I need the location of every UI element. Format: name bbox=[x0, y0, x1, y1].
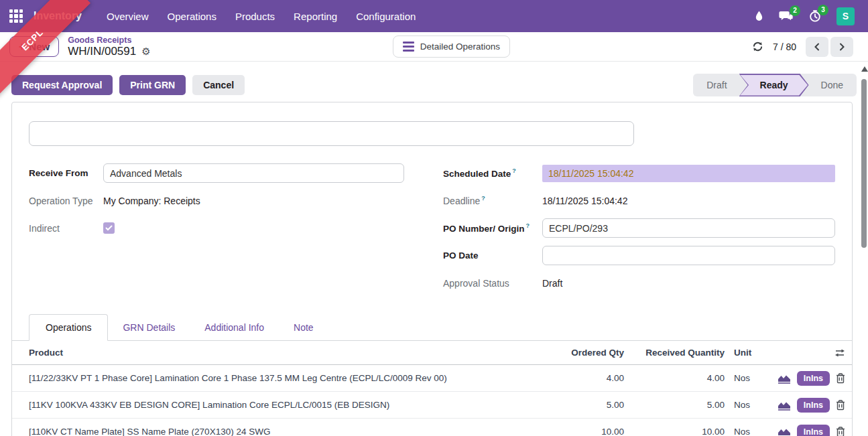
cancel-button[interactable]: Cancel bbox=[192, 75, 245, 95]
po-date-label: PO Date bbox=[443, 250, 542, 261]
previous-record-button[interactable] bbox=[806, 37, 828, 57]
stage-draft[interactable]: Draft bbox=[694, 80, 739, 90]
main-menu: Overview Operations Products Reporting C… bbox=[99, 7, 423, 26]
product-cell[interactable]: [11/22/33KV PT 1 Phase Core] Lamination … bbox=[29, 373, 550, 383]
nav-item-operations[interactable]: Operations bbox=[160, 7, 224, 26]
delete-row-icon[interactable] bbox=[836, 400, 845, 411]
tab-grn-details[interactable]: GRN Details bbox=[108, 315, 190, 340]
help-icon: ? bbox=[481, 195, 485, 202]
inins-button[interactable]: InIns bbox=[797, 371, 830, 386]
vertical-scrollbar bbox=[861, 62, 868, 436]
delete-row-icon[interactable] bbox=[836, 373, 845, 384]
product-cell[interactable]: [110KV CT Name Plate] SS Name Plate (270… bbox=[29, 427, 550, 436]
ribbon-label: ECPL bbox=[19, 27, 45, 52]
delete-row-icon[interactable] bbox=[836, 427, 845, 436]
help-icon: ? bbox=[512, 167, 516, 174]
ordered-qty-cell[interactable]: 4.00 bbox=[550, 373, 624, 383]
scheduled-date-input[interactable] bbox=[542, 165, 835, 182]
scheduled-date-label: Scheduled Date? bbox=[443, 167, 542, 179]
droplet-icon[interactable] bbox=[754, 10, 764, 22]
unit-cell: Nos bbox=[725, 427, 763, 436]
indirect-checkbox[interactable] bbox=[103, 222, 115, 234]
operation-type-value: My Company: Receipts bbox=[103, 196, 200, 206]
inins-button[interactable]: InIns bbox=[797, 425, 830, 436]
form-fields: Receive From Operation Type My Company: … bbox=[29, 159, 835, 297]
activities-badge: 3 bbox=[818, 5, 828, 15]
tab-note[interactable]: Note bbox=[279, 315, 328, 340]
record-pager: 7 / 80 bbox=[773, 42, 796, 52]
request-approval-button[interactable]: Request Approval bbox=[11, 75, 113, 95]
po-date-input[interactable] bbox=[542, 246, 835, 265]
refresh-icon[interactable] bbox=[752, 41, 763, 52]
operation-type-label: Operation Type bbox=[29, 196, 103, 206]
deadline-value: 18/11/2025 15:04:42 bbox=[542, 196, 627, 206]
scroll-up-arrow[interactable] bbox=[861, 63, 868, 72]
detailed-operations-button[interactable]: Detailed Operations bbox=[393, 35, 510, 58]
print-grn-button[interactable]: Print GRN bbox=[119, 75, 186, 95]
forecast-chart-icon[interactable] bbox=[778, 427, 791, 436]
po-number-label: PO Number/ Origin? bbox=[443, 222, 542, 234]
breadcrumb-parent-link[interactable]: Goods Receipts bbox=[68, 35, 151, 45]
nav-item-products[interactable]: Products bbox=[228, 7, 282, 26]
approval-status-value: Draft bbox=[542, 278, 562, 289]
scrollbar-thumb[interactable] bbox=[861, 79, 867, 248]
messages-badge: 2 bbox=[790, 5, 800, 16]
table-row[interactable]: [11/22/33KV PT 1 Phase Core] Lamination … bbox=[12, 365, 852, 392]
ordered-qty-cell[interactable]: 10.00 bbox=[550, 427, 624, 436]
messages-icon[interactable]: 2 bbox=[779, 10, 794, 23]
apps-menu-icon[interactable] bbox=[9, 9, 23, 23]
action-row: Request Approval Print GRN Cancel Draft … bbox=[0, 74, 868, 96]
stage-done[interactable]: Done bbox=[809, 80, 855, 90]
unit-cell: Nos bbox=[725, 373, 763, 383]
control-panel: + New Goods Receipts WH/IN/00591 ⚙ Detai… bbox=[0, 32, 868, 62]
forecast-chart-icon[interactable] bbox=[778, 400, 791, 411]
approval-status-label: Approval Status bbox=[443, 278, 542, 289]
user-avatar[interactable]: S bbox=[836, 7, 855, 25]
record-reference: WH/IN/00591 bbox=[68, 45, 136, 58]
forecast-chart-icon[interactable] bbox=[778, 373, 791, 384]
tab-additional-info[interactable]: Additional Info bbox=[190, 315, 279, 340]
col-product[interactable]: Product bbox=[29, 348, 550, 358]
col-received-qty[interactable]: Received Quantity bbox=[624, 348, 725, 358]
nav-item-overview[interactable]: Overview bbox=[99, 7, 156, 26]
deadline-label: Deadline? bbox=[443, 195, 542, 206]
notebook-tabs: Operations GRN Details Additional Info N… bbox=[12, 314, 852, 341]
ordered-qty-cell[interactable]: 5.00 bbox=[550, 400, 624, 410]
receive-from-label: Receive From bbox=[29, 168, 103, 178]
tab-operations[interactable]: Operations bbox=[29, 314, 108, 341]
unit-cell: Nos bbox=[725, 400, 763, 410]
indirect-label: Indirect bbox=[29, 223, 103, 234]
received-qty-cell[interactable]: 5.00 bbox=[624, 400, 725, 410]
form-sheet: Receive From Operation Type My Company: … bbox=[11, 102, 853, 436]
received-qty-cell[interactable]: 10.00 bbox=[624, 427, 725, 436]
top-nav: Inventory Overview Operations Products R… bbox=[0, 0, 868, 32]
record-name-input[interactable] bbox=[29, 121, 634, 146]
next-record-button[interactable] bbox=[830, 37, 853, 57]
help-icon: ? bbox=[526, 222, 530, 229]
nav-item-reporting[interactable]: Reporting bbox=[286, 7, 345, 26]
col-ordered-qty[interactable]: Ordered Qty bbox=[550, 348, 624, 358]
product-cell[interactable]: [11KV 100KVA 433KV EB DESIGN CORE] Lamin… bbox=[29, 400, 550, 410]
activities-clock-icon[interactable]: 3 bbox=[808, 9, 822, 23]
received-qty-cell[interactable]: 4.00 bbox=[624, 373, 725, 383]
table-row[interactable]: [11KV 100KVA 433KV EB DESIGN CORE] Lamin… bbox=[12, 392, 852, 419]
inins-button[interactable]: InIns bbox=[797, 398, 830, 413]
table-header: Product Ordered Qty Received Quantity Un… bbox=[12, 341, 852, 365]
receive-from-input[interactable] bbox=[103, 163, 404, 183]
nav-item-configuration[interactable]: Configuration bbox=[349, 7, 423, 26]
po-number-input[interactable] bbox=[542, 218, 835, 238]
nav-right: 2 3 S bbox=[754, 7, 859, 25]
list-icon bbox=[403, 42, 414, 52]
table-row[interactable]: [110KV CT Name Plate] SS Name Plate (270… bbox=[12, 419, 852, 436]
col-unit[interactable]: Unit bbox=[725, 348, 763, 358]
gear-icon[interactable]: ⚙ bbox=[141, 46, 150, 56]
status-bar: Draft Ready Done bbox=[693, 74, 857, 96]
optional-columns-icon[interactable] bbox=[834, 348, 845, 358]
stage-ready[interactable]: Ready bbox=[739, 74, 809, 96]
breadcrumb: Goods Receipts WH/IN/00591 ⚙ bbox=[68, 35, 151, 58]
